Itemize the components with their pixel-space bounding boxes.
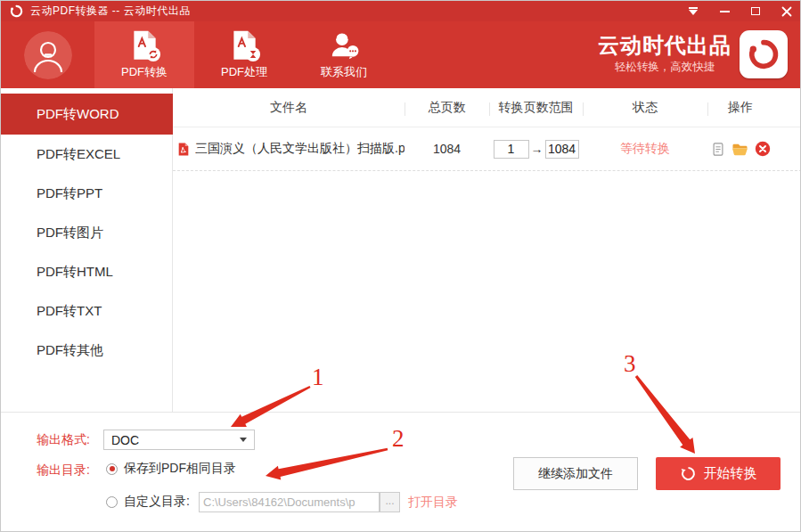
custom-dir-option-label: 自定义目录: xyxy=(124,494,190,510)
column-status: 状态 xyxy=(583,100,707,116)
browse-button[interactable]: ... xyxy=(380,492,400,512)
user-avatar-icon[interactable] xyxy=(24,31,72,79)
pdf-file-icon xyxy=(176,142,191,157)
column-operations: 操作 xyxy=(707,100,801,116)
contact-headset-icon xyxy=(327,29,361,62)
tab-pdf-convert[interactable]: PDF转换 xyxy=(94,21,194,88)
bottom-panel: 输出格式: DOC 输出目录: 保存到PDF相同目录 自定义目录: ... 打开… xyxy=(1,412,800,531)
same-dir-option-label: 保存到PDF相同目录 xyxy=(124,461,236,477)
app-window: 云动PDF转换器 -- 云动时代出品 xyxy=(0,0,801,532)
app-logo-icon xyxy=(9,4,24,19)
output-format-select[interactable]: DOC xyxy=(103,430,255,450)
start-convert-label: 开始转换 xyxy=(704,465,757,482)
remove-file-icon[interactable] xyxy=(755,141,771,157)
sidebar-item-pdf-to-image[interactable]: PDF转图片 xyxy=(1,213,172,252)
minimize-icon[interactable] xyxy=(718,5,731,18)
tab-contact-us[interactable]: 联系我们 xyxy=(294,21,394,88)
toolbar: PDF转换 PDF处理 xyxy=(1,21,800,88)
table-row: 三国演义（人民文学出版社）扫描版.pd 1084 → 等待转换 xyxy=(173,127,801,171)
output-format-value: DOC xyxy=(111,433,139,447)
chevron-down-icon xyxy=(240,438,247,442)
tab-label: PDF转换 xyxy=(121,64,168,80)
file-list-header: 文件名 总页数 转换页数范围 状态 操作 xyxy=(173,88,801,127)
brand-slogan: 轻松转换，高效快捷 xyxy=(598,60,732,75)
open-folder-icon[interactable] xyxy=(732,142,748,157)
toolbar-tabs: PDF转换 PDF处理 xyxy=(94,21,394,88)
brand-title: 云动时代出品 xyxy=(598,34,732,57)
pdf-process-icon xyxy=(227,29,261,62)
tab-pdf-process[interactable]: PDF处理 xyxy=(194,21,294,88)
brand-logo-icon xyxy=(740,30,788,78)
sidebar-item-pdf-to-excel[interactable]: PDF转EXCEL xyxy=(1,135,172,174)
pdf-convert-icon xyxy=(127,29,161,62)
total-pages-value: 1084 xyxy=(405,142,489,156)
close-icon[interactable] xyxy=(781,5,793,18)
window-controls xyxy=(687,1,793,21)
open-dir-link[interactable]: 打开目录 xyxy=(408,495,458,511)
column-page-range: 转换页数范围 xyxy=(489,100,583,116)
output-dir-label: 输出目录: xyxy=(37,462,90,479)
preview-document-icon[interactable] xyxy=(711,142,725,157)
brand-block: 云动时代出品 轻松转换，高效快捷 xyxy=(598,30,788,78)
custom-dir-path-input[interactable] xyxy=(199,492,380,512)
window-title: 云动PDF转换器 -- 云动时代出品 xyxy=(30,4,191,19)
tab-label: 联系我们 xyxy=(321,64,367,80)
page-range-cell: → xyxy=(489,140,583,159)
status-badge: 等待转换 xyxy=(620,141,670,157)
add-files-button[interactable]: 继续添加文件 xyxy=(513,457,638,490)
start-convert-button[interactable]: 开始转换 xyxy=(656,457,781,490)
tab-label: PDF处理 xyxy=(221,64,267,80)
maximize-icon[interactable] xyxy=(749,5,762,18)
sidebar: PDF转WORD PDF转EXCEL PDF转PPT PDF转图片 PDF转HT… xyxy=(1,88,173,412)
sidebar-item-pdf-to-word[interactable]: PDF转WORD xyxy=(1,94,173,135)
sidebar-item-pdf-to-html[interactable]: PDF转HTML xyxy=(1,252,172,291)
sidebar-item-pdf-to-other[interactable]: PDF转其他 xyxy=(1,331,172,370)
same-dir-radio[interactable] xyxy=(106,463,118,475)
custom-dir-radio[interactable] xyxy=(106,496,118,508)
sidebar-item-pdf-to-txt[interactable]: PDF转TXT xyxy=(1,291,172,331)
range-arrow-icon: → xyxy=(531,142,544,156)
sidebar-item-pdf-to-ppt[interactable]: PDF转PPT xyxy=(1,174,172,213)
range-to-input[interactable] xyxy=(545,140,579,159)
titlebar: 云动PDF转换器 -- 云动时代出品 xyxy=(1,1,800,21)
output-format-label: 输出格式: xyxy=(37,432,90,448)
column-total-pages: 总页数 xyxy=(405,100,489,116)
column-filename: 文件名 xyxy=(173,100,405,116)
skin-menu-icon[interactable] xyxy=(687,5,699,18)
file-list: 文件名 总页数 转换页数范围 状态 操作 三国演义（人民文学出版社）扫描版.pd… xyxy=(173,88,801,412)
range-from-input[interactable] xyxy=(494,140,529,159)
file-name: 三国演义（人民文学出版社）扫描版.pd xyxy=(195,141,405,157)
convert-refresh-icon xyxy=(680,465,697,482)
row-operations xyxy=(707,141,801,157)
